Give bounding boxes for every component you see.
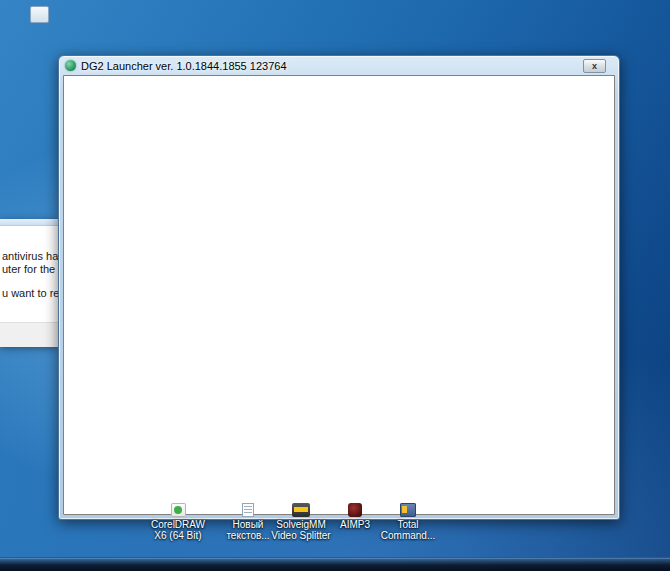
launcher-app-icon (65, 60, 76, 71)
launcher-window: DG2 Launcher ver. 1.0.1844.1855 123764 x (58, 55, 620, 520)
background-dialog[interactable]: antivirus has be uter for the upd u want… (0, 219, 58, 346)
text-document-icon (242, 503, 254, 517)
icon-label: AIMP3 (340, 519, 370, 530)
desktop-icon-coreldraw[interactable]: CorelDRAW X6 (64 Bit) (146, 503, 210, 541)
close-button[interactable]: x (583, 59, 606, 73)
icon-label: Новый текстов... (226, 519, 269, 541)
total-commander-icon (400, 503, 416, 517)
icon-label: Total Command... (381, 519, 435, 541)
dialog-text-line: u want to restar (2, 287, 58, 299)
aimp3-icon (348, 503, 362, 517)
icon-label: SolveigMM Video Splitter (271, 519, 330, 541)
window-title: DG2 Launcher ver. 1.0.1844.1855 123764 (81, 60, 287, 72)
partial-desktop-icon[interactable] (30, 6, 49, 23)
background-dialog-body: antivirus has be uter for the upd u want… (0, 226, 58, 322)
window-titlebar[interactable]: DG2 Launcher ver. 1.0.1844.1855 123764 x (59, 56, 619, 75)
video-splitter-icon (292, 503, 310, 517)
coreldraw-icon (171, 503, 186, 517)
dialog-button-area (0, 322, 58, 347)
desktop-icon-total-commander[interactable]: Total Command... (376, 503, 440, 541)
dialog-text-line: uter for the upd (2, 263, 58, 275)
window-client-area (63, 75, 615, 515)
taskbar[interactable] (0, 557, 670, 571)
icon-label: CorelDRAW X6 (64 Bit) (151, 519, 205, 541)
background-dialog-frame (0, 219, 58, 226)
dialog-text-line: antivirus has be (2, 250, 58, 262)
